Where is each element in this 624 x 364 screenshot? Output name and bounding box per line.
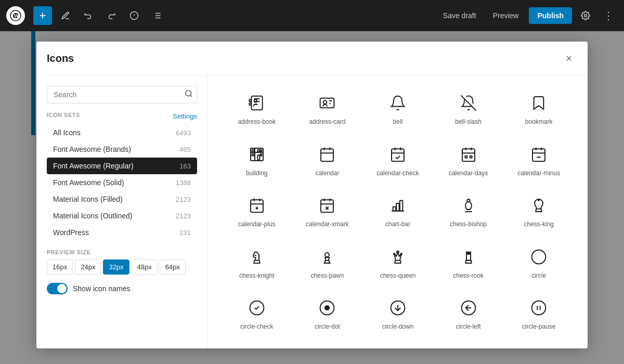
save-draft-button[interactable]: Save draft	[437, 8, 483, 23]
toolbar: W Save draft Preview Publish ⋮	[0, 0, 624, 31]
preview-button[interactable]: Preview	[487, 8, 525, 23]
svg-text:W: W	[14, 13, 19, 19]
settings-gear-button[interactable]	[576, 6, 595, 25]
toolbar-more-button[interactable]: ⋮	[599, 7, 618, 24]
tools-button[interactable]	[56, 6, 75, 25]
svg-point-13	[584, 15, 587, 17]
publish-button[interactable]: Publish	[529, 7, 572, 24]
wp-logo: W	[6, 6, 25, 25]
list-view-button[interactable]	[148, 6, 166, 25]
redo-button[interactable]	[102, 6, 121, 25]
add-block-button[interactable]	[33, 6, 52, 25]
undo-button[interactable]	[79, 6, 98, 25]
info-button[interactable]	[125, 6, 144, 25]
